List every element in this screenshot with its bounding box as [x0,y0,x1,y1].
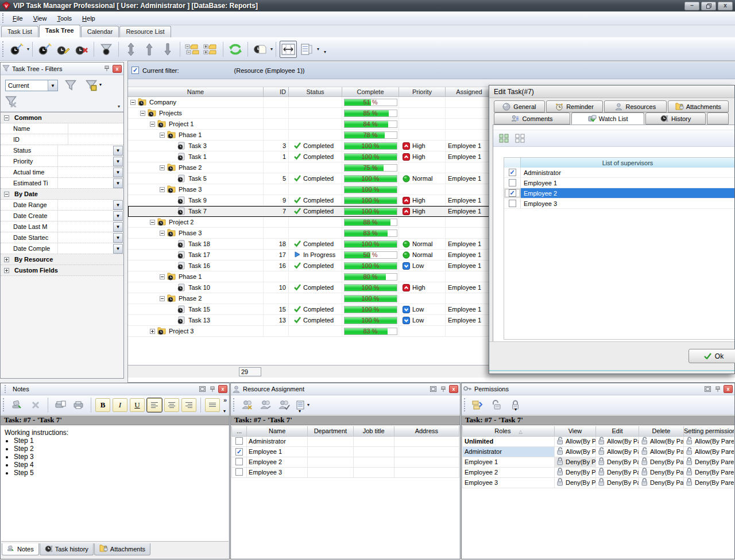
filter-row-name[interactable]: Name [1,123,123,134]
filter-preset-combobox[interactable]: Current ▼ [5,80,58,91]
close-icon[interactable]: x [113,65,122,73]
uncheck-all-icon[interactable] [515,134,525,143]
filter-row-id[interactable]: ID [1,134,123,145]
permission-value-cell[interactable]: Deny(By Parent) [555,477,596,488]
permissions-column-setting-permissions[interactable]: Setting permissions [684,426,734,436]
pin-icon[interactable] [713,385,722,393]
checkbox[interactable] [235,468,243,476]
checkbox-checked[interactable]: ✓ [235,448,243,456]
checkbox[interactable] [509,200,516,207]
filter-row-date-range[interactable]: Date Range▼ [1,200,123,211]
dialog-tab-resources[interactable]: Resources [604,100,666,112]
permission-value-cell[interactable]: Deny(By Parent) [596,457,639,467]
permission-value-cell[interactable]: Allow(By Parent) [639,436,684,446]
new-task-icon[interactable] [8,41,25,58]
chevron-down-icon[interactable]: ▼ [113,233,123,243]
collapse-icon[interactable] [160,165,165,170]
pin-icon[interactable] [208,385,217,393]
column-header-assigned[interactable]: Assigned [446,87,493,97]
supervisor-row[interactable]: Employee 3 [504,199,734,209]
permission-value-cell[interactable]: Deny(By Parent) [639,467,684,477]
chevron-down-icon[interactable]: ▾ [270,46,273,52]
permission-value-cell[interactable]: Deny(By Parent) [684,467,734,477]
menu-item-tools[interactable]: Tools [52,13,77,24]
notes-tab-attachments[interactable]: Attachments [94,543,150,555]
italic-button[interactable]: I [113,398,127,412]
move-down-icon[interactable] [159,41,176,58]
permission-value-cell[interactable]: Allow(By Parent) [684,446,734,457]
tab-task-list[interactable]: Task List [1,26,38,37]
filter-row-estimated-ti[interactable]: Estimated Ti▼ [1,178,123,189]
tab-task-tree[interactable]: Task Tree [39,25,80,37]
permission-value-cell[interactable]: Deny(By Parent) [639,477,684,488]
filter-section-common[interactable]: Common [1,112,123,123]
toolbar-options-icon[interactable]: ▾ [223,409,226,414]
resource-row[interactable]: ✓Employee 1 [232,446,459,457]
column-header-priority[interactable]: Priority [399,87,446,97]
filter-field-value[interactable] [58,156,113,166]
filter-section-by-resource[interactable]: By Resource [1,254,123,265]
resource-column-name[interactable]: Name [247,426,308,436]
permission-row[interactable]: Employee 1Deny(By Parent)Deny(By Parent)… [463,457,734,467]
column-header-complete[interactable]: Complete [342,87,399,97]
checkbox-checked[interactable]: ✓ [509,189,516,197]
permission-value-cell[interactable]: Deny(By Parent) [596,477,639,488]
permission-value-cell[interactable]: Allow(By Parent) [596,446,639,457]
notes-body[interactable]: Working instructions: Step 1Step 2Step 3… [1,426,229,542]
restore-button[interactable] [701,2,716,10]
move-up-icon[interactable] [141,41,158,58]
unassign-resource-icon[interactable] [257,396,274,414]
save-filter-icon[interactable] [86,80,97,91]
menu-item-view[interactable]: View [28,13,52,24]
chevron-down-icon[interactable]: ▼ [48,80,57,91]
collapse-icon[interactable] [140,111,145,116]
minimize-button[interactable]: – [684,2,699,10]
tab-resource-list[interactable]: Resource List [119,26,171,37]
pin-icon[interactable] [439,385,448,393]
chevron-down-icon[interactable]: ▼ [113,157,123,166]
menu-item-file[interactable]: File [7,13,28,24]
chevron-down-icon[interactable]: ▼ [113,222,123,232]
permission-value-cell[interactable]: Allow(By Parent) [555,436,596,446]
filter-field-value[interactable] [68,134,123,145]
delete-note-icon[interactable] [27,396,44,414]
filter-field-value[interactable] [58,200,113,210]
chevron-down-icon[interactable]: ▾ [27,46,29,52]
chevron-down-icon[interactable]: ▾ [99,82,102,87]
filter-row-priority[interactable]: Priority▼ [1,156,123,167]
permissions-column-delete[interactable]: Delete [639,426,684,436]
resource-column-address[interactable]: Address [394,426,459,436]
resource-column-job-title[interactable]: Job title [353,426,394,436]
check-all-icon[interactable] [499,134,509,143]
filter-field-value[interactable] [58,221,113,232]
permission-value-cell[interactable]: Deny(By Parent) [639,457,684,467]
notes-tab-notes[interactable]: Notes [2,543,39,555]
filter-field-value[interactable] [58,167,113,177]
permission-value-cell[interactable]: Deny(By Parent) [596,467,639,477]
permission-value-cell[interactable]: Deny(By Parent) [684,477,734,488]
expand-all-icon[interactable] [202,41,219,58]
permission-row[interactable]: AdministratorAllow(By Parent)Allow(By Pa… [463,446,734,457]
column-header-status[interactable]: Status [289,87,342,97]
resource-list-icon[interactable]: ▾ [294,396,311,414]
permission-row[interactable]: UnlimitedAllow(By Parent)Allow(By Parent… [463,436,734,446]
bold-button[interactable]: B [95,398,110,412]
collapse-icon[interactable] [160,231,165,236]
delete-task-icon[interactable] [73,41,90,58]
move-updown-icon[interactable] [122,41,140,58]
permission-value-cell[interactable]: Deny(By Parent) [684,457,734,467]
pin-icon[interactable] [102,65,111,73]
filter-row-date-startec[interactable]: Date Startec▼ [1,232,123,243]
unlock-icon[interactable] [488,396,505,414]
permission-value-cell[interactable]: Allow(By Parent) [684,436,734,446]
close-icon[interactable]: x [218,385,227,393]
chevron-down-icon[interactable]: ▼ [113,178,123,188]
edit-task-icon[interactable] [55,41,72,58]
print-preview-icon[interactable] [52,396,69,414]
align-center-button[interactable] [164,398,179,412]
permissions-column-roles[interactable]: Roles△ [463,426,555,436]
tab-calendar[interactable]: Calendar [81,26,119,37]
notes-tab-task-history[interactable]: Task history [40,543,94,555]
close-icon[interactable]: x [724,385,733,393]
print-icon[interactable] [70,396,87,414]
